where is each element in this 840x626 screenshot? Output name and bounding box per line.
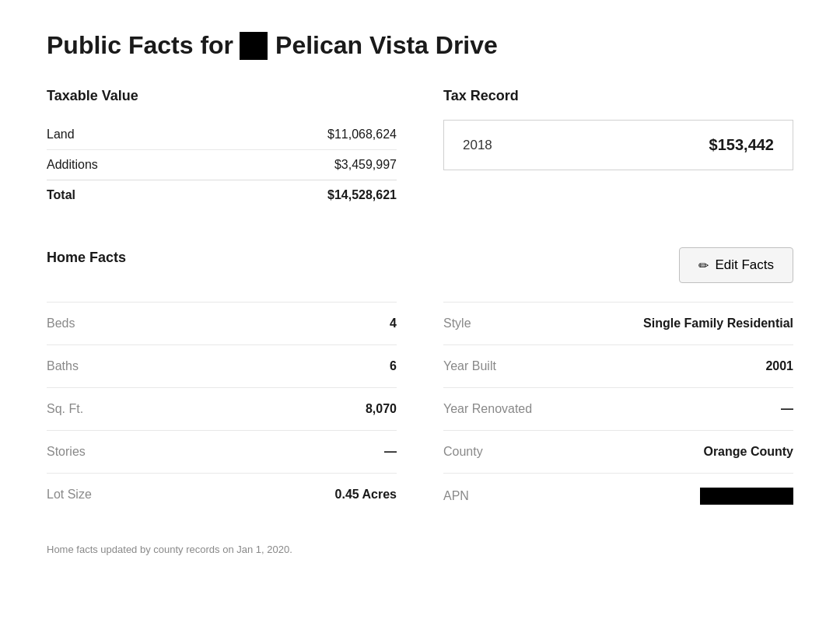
home-facts-heading: Home Facts (47, 250, 126, 266)
list-item: County Orange County (443, 430, 793, 473)
pencil-icon: ✏ (698, 258, 709, 273)
taxable-value-heading: Taxable Value (47, 88, 397, 104)
list-item: Sq. Ft. 8,070 (47, 387, 397, 430)
page-title: Public Facts for Pelican Vista Drive (47, 31, 793, 60)
right-facts-col: Style Single Family Residential Year Bui… (443, 302, 793, 519)
facts-grid: Beds 4 Baths 6 Sq. Ft. 8,070 Stories — L… (47, 302, 793, 519)
fact-value: 0.45 Acres (335, 488, 397, 502)
list-item: Year Built 2001 (443, 344, 793, 387)
taxable-row-value: $11,068,624 (195, 120, 397, 150)
taxable-row-label: Additions (47, 150, 195, 180)
fact-value: 2001 (765, 359, 793, 373)
fact-value: — (781, 402, 793, 416)
list-item: Year Renovated — (443, 387, 793, 430)
footer-note: Home facts updated by county records on … (47, 544, 793, 555)
tax-record-year: 2018 (463, 138, 492, 153)
edit-facts-label: Edit Facts (715, 257, 774, 273)
taxable-row-label: Total (47, 180, 195, 211)
title-suffix: Pelican Vista Drive (275, 31, 498, 60)
table-row: Total $14,528,621 (47, 180, 397, 211)
fact-label: Lot Size (47, 488, 92, 502)
redacted-apn (700, 488, 793, 505)
fact-value: Orange County (703, 445, 793, 459)
fact-label: Sq. Ft. (47, 402, 83, 416)
taxable-value-table: Land $11,068,624 Additions $3,459,997 To… (47, 120, 397, 210)
fact-label: Year Renovated (443, 402, 532, 416)
taxable-row-value: $14,528,621 (195, 180, 397, 211)
redacted-address-block (240, 32, 268, 60)
table-row: Additions $3,459,997 (47, 150, 397, 180)
edit-facts-button[interactable]: ✏ Edit Facts (679, 247, 793, 283)
fact-label: County (443, 445, 483, 459)
fact-value: 6 (390, 359, 397, 373)
fact-label: Style (443, 316, 471, 330)
list-item: APN (443, 473, 793, 519)
fact-value: Single Family Residential (643, 316, 793, 330)
list-item: Lot Size 0.45 Acres (47, 473, 397, 516)
list-item: Stories — (47, 430, 397, 473)
taxable-row-value: $3,459,997 (195, 150, 397, 180)
table-row: Land $11,068,624 (47, 120, 397, 150)
fact-label: APN (443, 489, 469, 503)
fact-label: Beds (47, 316, 75, 330)
tax-record-amount: $153,442 (709, 136, 774, 154)
list-item: Style Single Family Residential (443, 302, 793, 344)
taxable-row-label: Land (47, 120, 195, 150)
fact-value: — (384, 445, 397, 459)
list-item: Baths 6 (47, 344, 397, 387)
list-item: Beds 4 (47, 302, 397, 344)
fact-label: Stories (47, 445, 86, 459)
fact-value: 8,070 (366, 402, 397, 416)
tax-record-box: 2018 $153,442 (443, 120, 793, 170)
title-prefix: Public Facts for (47, 31, 233, 60)
fact-label: Year Built (443, 359, 496, 373)
home-facts-header: Home Facts ✏ Edit Facts (47, 247, 793, 283)
home-facts-section: Home Facts ✏ Edit Facts Beds 4 Baths 6 S… (47, 247, 793, 555)
fact-label: Baths (47, 359, 79, 373)
fact-value: 4 (390, 316, 397, 330)
left-facts-col: Beds 4 Baths 6 Sq. Ft. 8,070 Stories — L… (47, 302, 397, 519)
tax-record-heading: Tax Record (443, 88, 793, 104)
